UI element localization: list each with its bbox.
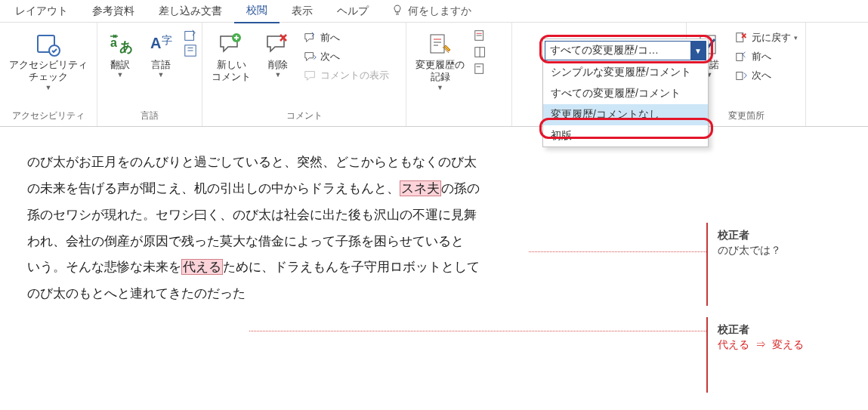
svg-rect-11 [431,35,444,53]
reject-label: 元に戻す [752,30,791,46]
tracking-extra [474,27,487,76]
group-label-tracking [411,109,507,126]
next-comment-icon [304,50,317,63]
track-changes-button[interactable]: 変更履歴の 記録 ▼ [411,27,469,95]
ribbon-tabs: レイアウト 参考資料 差し込み文書 校閲 表示 ヘルプ 何をしますか [0,0,868,23]
prev-change-button[interactable]: 前へ [732,48,801,66]
japanese-layout-icon[interactable] [184,44,197,57]
display-for-review-combo[interactable]: すべての変更履歴/コ… ▼ [545,41,706,60]
show-markup-icon[interactable] [474,29,487,42]
svg-rect-20 [475,64,483,74]
doc-line-4: われ、会社の倒産が原因で残った莫大な借金によって子孫を困らせていると [27,229,601,255]
prev-comment-label: 前へ [320,30,340,46]
next-change-button[interactable]: 次へ [732,66,801,85]
comment-connector-1 [529,251,706,253]
chevron-down-icon: ▼ [45,84,52,92]
chevron-down-icon: ▼ [437,84,443,92]
tell-me-search[interactable]: 何をしますか [381,0,482,23]
accessibility-icon [36,30,61,59]
group-accessibility: アクセシビリティ チェック ▼ アクセシビリティ [0,23,97,126]
accessibility-check-button[interactable]: アクセシビリティ チェック ▼ [5,27,92,95]
display-for-review-value: すべての変更履歴/コ… [545,44,690,57]
comment-2[interactable]: 校正者 代える ⇒ 変える [718,323,804,352]
highlight-suneo[interactable]: スネ夫 [400,180,441,196]
doc-line-6: のび太のもとへと連れてきたのだった [27,281,601,307]
dropdown-option-all[interactable]: すべての変更履歴/コメント [543,83,708,104]
chevron-down-icon: ▾ [794,32,798,43]
delete-comment-icon [265,30,291,59]
chevron-down-icon[interactable]: ▼ [690,42,706,60]
group-label-accessibility: アクセシビリティ [5,107,92,126]
dropdown-option-simple[interactable]: シンプルな変更履歴/コメント [543,62,708,83]
next-change-label: 次へ [752,68,771,84]
delete-comment-label: 削除 [268,59,288,71]
update-ime-icon[interactable] [184,29,197,42]
comment-2-body: 代える ⇒ 変える [718,338,804,352]
display-for-review-dropdown: すべての変更履歴/コ… ▼ シンプルな変更履歴/コメント すべての変更履歴/コメ… [542,39,709,147]
document-body[interactable]: のび太がお正月をのんびりと過ごしていると、突然、どこからともなくのび太 の未来を… [27,150,601,307]
comment-nav: 前へ 次へ コメントの表示 [301,27,392,85]
accessibility-check-label: アクセシビリティ チェック [9,59,88,84]
bulb-icon [391,4,403,18]
tab-mailings[interactable]: 差し込み文書 [147,0,234,23]
prev-comment-button[interactable]: 前へ [301,29,392,48]
translate-button[interactable]: a あ 翻訳 ▼ [102,27,138,83]
translate-label: 翻訳 [110,59,130,71]
prev-comment-icon [304,31,317,45]
reject-icon [735,31,749,45]
svg-text:a: a [110,36,117,49]
comment-1[interactable]: 校正者 のび太では？ [718,229,781,257]
chevron-down-icon: ▼ [117,71,124,79]
tab-view[interactable]: 表示 [280,0,325,23]
language-icon: A 字 [148,30,174,59]
new-comment-button[interactable]: 新しい コメント [207,27,255,87]
show-comments-button: コメントの表示 [301,66,392,85]
svg-rect-25 [737,72,743,79]
tracking-options-icon[interactable] [474,62,487,76]
next-comment-button[interactable]: 次へ [301,48,392,66]
prev-change-label: 前へ [752,49,771,65]
document-area: のび太がお正月をのんびりと過ごしていると、突然、どこからともなくのび太 の未来を… [0,127,868,307]
translate-icon: a あ [107,30,133,59]
prev-change-icon [735,50,749,63]
svg-text:あ: あ [119,39,133,54]
tab-help[interactable]: ヘルプ [325,0,381,23]
track-changes-label: 変更履歴の 記録 [415,59,465,84]
comment-connector-2 [249,331,706,332]
language-extra [184,27,197,57]
changes-nav: 元に戻す ▾ 前へ 次へ [732,27,801,85]
comment-1-body: のび太では？ [718,244,781,257]
next-comment-label: 次へ [320,49,340,65]
group-language: a あ 翻訳 ▼ A 字 言語 ▼ [97,23,202,126]
svg-rect-24 [737,54,743,61]
reviewing-pane-icon[interactable] [474,45,487,59]
tab-references[interactable]: 参考資料 [80,0,147,23]
doc-line-5: いう。そんな悲惨な未来を代えるために、ドラえもんを子守用ロボットとして [27,254,601,281]
chevron-down-icon: ▼ [275,71,282,79]
comment-bar-1 [706,223,708,306]
dropdown-option-none[interactable]: 変更履歴/コメントなし [543,104,708,125]
doc-line-3: 孫のセワシが現れた。セワシ曰く、のび太は社会に出た後も沢山の不運に見舞 [27,202,601,229]
language-label: 言語 [151,59,171,71]
dropdown-option-original[interactable]: 初版 [543,125,708,146]
svg-rect-6 [185,32,194,41]
tab-review[interactable]: 校閲 [234,0,280,23]
new-comment-icon [218,30,244,59]
doc-line-2: の未来を告げる声が聞こえ、机の引出しの中からドラえもんと、スネ夫の孫の [27,176,601,202]
show-comments-label: コメントの表示 [320,68,389,84]
tell-me-label: 何をしますか [408,5,471,18]
chevron-down-icon: ▼ [158,71,165,79]
comment-1-author: 校正者 [718,229,781,242]
svg-text:字: 字 [162,34,172,46]
svg-text:A: A [150,35,161,51]
highlight-kaeru[interactable]: 代える [181,259,223,275]
comment-2-author: 校正者 [718,323,804,337]
group-label-comments: コメント [207,107,401,126]
reject-button[interactable]: 元に戻す ▾ [732,29,801,48]
new-comment-label: 新しい コメント [212,59,251,84]
show-comments-icon [304,69,317,82]
delete-comment-button[interactable]: 削除 ▼ [260,27,296,83]
tab-layout[interactable]: レイアウト [3,0,80,23]
next-change-icon [735,69,749,82]
language-button[interactable]: A 字 言語 ▼ [143,27,179,83]
